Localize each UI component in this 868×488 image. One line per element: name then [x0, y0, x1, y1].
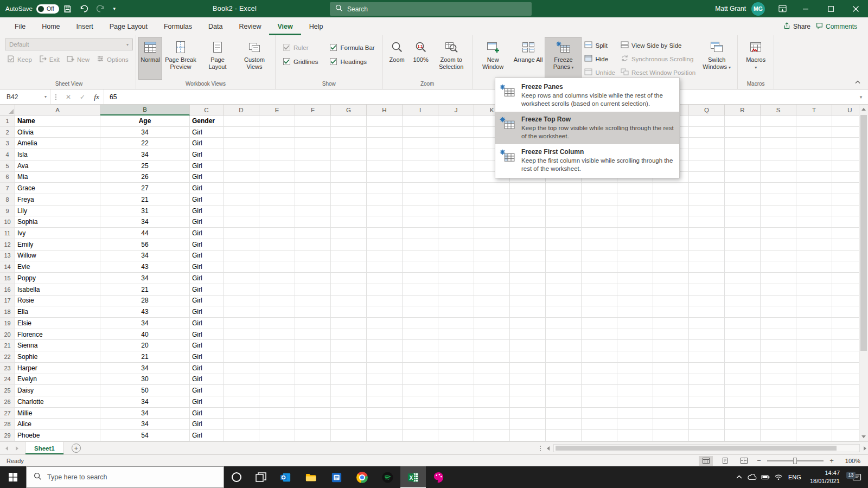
cell-D29[interactable]: [224, 430, 259, 441]
cell-K10[interactable]: [474, 216, 510, 228]
row-header-16[interactable]: 16: [0, 284, 15, 296]
cell-T1[interactable]: [796, 115, 832, 127]
cell-N13[interactable]: [582, 251, 617, 262]
cell-I5[interactable]: [403, 160, 438, 172]
cell-I19[interactable]: [403, 318, 438, 329]
cell-I2[interactable]: [403, 127, 438, 138]
cell-N7[interactable]: [582, 183, 617, 194]
cell-A29[interactable]: Phoebe: [15, 430, 100, 441]
maximize-button[interactable]: [818, 0, 843, 17]
cell-L12[interactable]: [510, 239, 546, 251]
sheet-tab-sheet1[interactable]: Sheet1: [25, 442, 64, 454]
cell-F26[interactable]: [295, 396, 331, 408]
cell-J20[interactable]: [438, 329, 474, 341]
cell-A21[interactable]: Sienna: [15, 340, 100, 351]
cell-A17[interactable]: Rosie: [15, 296, 100, 307]
cell-M11[interactable]: [546, 228, 582, 239]
cell-S11[interactable]: [761, 228, 796, 239]
zoom-level[interactable]: 100%: [840, 458, 860, 464]
column-header-C[interactable]: C: [190, 105, 224, 115]
collapse-ribbon-button[interactable]: [853, 78, 863, 86]
share-button[interactable]: Share: [783, 22, 810, 31]
cell-C22[interactable]: Girl: [190, 351, 224, 363]
cell-E27[interactable]: [259, 408, 295, 419]
cell-T12[interactable]: [796, 239, 832, 251]
cell-H7[interactable]: [367, 183, 403, 194]
cell-N22[interactable]: [582, 351, 617, 363]
cell-M29[interactable]: [546, 430, 582, 441]
cell-D9[interactable]: [224, 206, 259, 217]
cell-S15[interactable]: [761, 273, 796, 284]
next-sheet-icon[interactable]: [16, 446, 21, 451]
cell-E10[interactable]: [259, 216, 295, 228]
cell-K16[interactable]: [474, 284, 510, 296]
paint-palette-icon[interactable]: [426, 466, 451, 488]
column-header-E[interactable]: E: [259, 105, 295, 115]
macros-button[interactable]: Macros ▾: [744, 37, 768, 80]
cell-M13[interactable]: [546, 251, 582, 262]
cell-C16[interactable]: Girl: [190, 284, 224, 296]
ribbon-tab-home[interactable]: Home: [34, 17, 68, 35]
taskbar-search-box[interactable]: [26, 466, 224, 488]
cell-S25[interactable]: [761, 385, 796, 396]
cell-T10[interactable]: [796, 216, 832, 228]
cell-C13[interactable]: Girl: [190, 251, 224, 262]
row-header-20[interactable]: 20: [0, 329, 15, 341]
cell-S3[interactable]: [761, 138, 796, 149]
cell-K14[interactable]: [474, 261, 510, 273]
row-header-15[interactable]: 15: [0, 273, 15, 284]
cell-F23[interactable]: [295, 363, 331, 374]
menu-item-freeze-panes[interactable]: Freeze PanesKeep rows and columns visibl…: [495, 79, 679, 112]
cell-E8[interactable]: [259, 194, 295, 206]
cell-N20[interactable]: [582, 329, 617, 341]
cell-H16[interactable]: [367, 284, 403, 296]
column-header-J[interactable]: J: [438, 105, 474, 115]
menu-item-freeze-top-row[interactable]: Freeze Top RowKeep the top row visible w…: [495, 112, 679, 144]
row-header-8[interactable]: 8: [0, 194, 15, 206]
cell-T23[interactable]: [796, 363, 832, 374]
cell-A14[interactable]: Evie: [15, 261, 100, 273]
cell-M14[interactable]: [546, 261, 582, 273]
cell-M8[interactable]: [546, 194, 582, 206]
cell-A5[interactable]: Ava: [15, 160, 100, 172]
cell-M26[interactable]: [546, 396, 582, 408]
cell-E16[interactable]: [259, 284, 295, 296]
cell-B11[interactable]: 44: [100, 228, 190, 239]
cell-T25[interactable]: [796, 385, 832, 396]
cell-P7[interactable]: [653, 183, 689, 194]
cell-E20[interactable]: [259, 329, 295, 341]
cell-T26[interactable]: [796, 396, 832, 408]
cell-A27[interactable]: Millie: [15, 408, 100, 419]
cell-H29[interactable]: [367, 430, 403, 441]
cell-Q25[interactable]: [689, 385, 725, 396]
cell-H24[interactable]: [367, 374, 403, 386]
cell-A10[interactable]: Sophia: [15, 216, 100, 228]
cell-L22[interactable]: [510, 351, 546, 363]
cell-S27[interactable]: [761, 408, 796, 419]
normal-button[interactable]: Normal: [138, 37, 162, 80]
cell-T20[interactable]: [796, 329, 832, 341]
cell-Q20[interactable]: [689, 329, 725, 341]
cell-N10[interactable]: [582, 216, 617, 228]
cell-K25[interactable]: [474, 385, 510, 396]
cell-K8[interactable]: [474, 194, 510, 206]
cell-H9[interactable]: [367, 206, 403, 217]
cell-C27[interactable]: Girl: [190, 408, 224, 419]
cell-J6[interactable]: [438, 172, 474, 183]
cell-I16[interactable]: [403, 284, 438, 296]
cell-P13[interactable]: [653, 251, 689, 262]
cell-J5[interactable]: [438, 160, 474, 172]
cell-G20[interactable]: [331, 329, 367, 341]
cell-N24[interactable]: [582, 374, 617, 386]
cell-P25[interactable]: [653, 385, 689, 396]
cell-N19[interactable]: [582, 318, 617, 329]
search-box[interactable]: [330, 2, 532, 16]
cell-G23[interactable]: [331, 363, 367, 374]
zoom-out-icon[interactable]: −: [756, 457, 762, 465]
cell-C25[interactable]: Girl: [190, 385, 224, 396]
cell-R4[interactable]: [725, 149, 761, 160]
cell-L27[interactable]: [510, 408, 546, 419]
view-side-by-side-button[interactable]: View Side by Side: [618, 38, 698, 52]
cell-O14[interactable]: [617, 261, 653, 273]
cell-L20[interactable]: [510, 329, 546, 341]
